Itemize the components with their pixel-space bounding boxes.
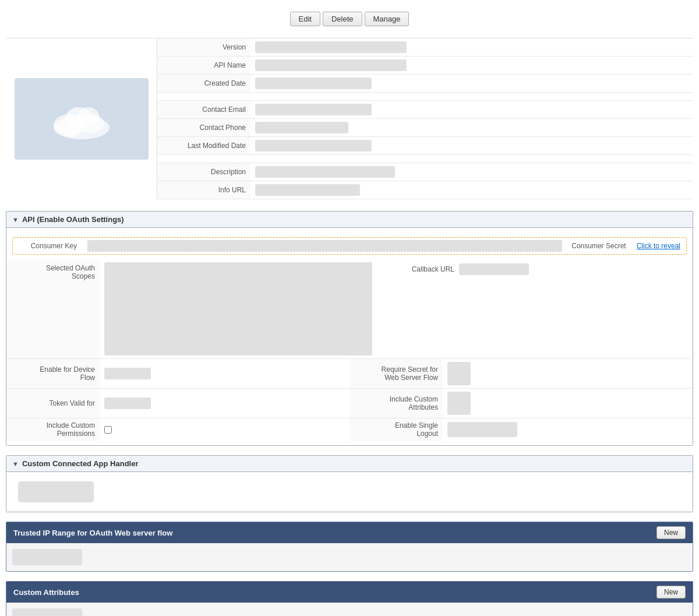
- require-secret-block: [447, 362, 471, 385]
- contact-phone-block: [255, 122, 348, 133]
- include-custom-attr-label: Include Custom Attributes: [350, 389, 443, 418]
- callback-url-value: [459, 263, 529, 275]
- version-block: [255, 41, 407, 53]
- info-url-label: Info URL: [157, 181, 250, 199]
- enable-single-logout-value: [443, 418, 693, 441]
- svg-point-4: [78, 107, 99, 125]
- created-date-row: Created Date: [157, 75, 693, 93]
- version-row: Version: [157, 38, 693, 57]
- trusted-ip-title: Trusted IP Range for OAuth Web server fl…: [13, 529, 172, 537]
- token-valid-value: [100, 389, 350, 418]
- contact-phone-value: [250, 119, 693, 136]
- custom-attributes-body: [6, 603, 693, 616]
- device-flow-row: Enable for Device Flow Require Secret fo…: [6, 359, 693, 389]
- custom-handler-body: [6, 472, 693, 512]
- logo-placeholder: [15, 78, 149, 160]
- include-custom-attr-block: [447, 392, 471, 415]
- scopes-value: [100, 259, 396, 358]
- require-secret-label: Require Secret for Web Server Flow: [350, 359, 443, 388]
- manage-button[interactable]: Manage: [365, 12, 409, 26]
- description-value: [250, 163, 693, 181]
- scopes-box: [104, 262, 372, 355]
- cloud-icon: [47, 96, 116, 142]
- info-url-value: [250, 181, 693, 199]
- consumer-key-label: Consumer Key: [13, 239, 83, 253]
- custom-handler-header: ▼ Custom Connected App Handler: [6, 456, 693, 472]
- edit-button[interactable]: Edit: [290, 12, 320, 26]
- contact-email-row: Contact Email: [157, 101, 693, 119]
- api-name-block: [255, 59, 407, 71]
- last-modified-row: Last Modified Date: [157, 137, 693, 155]
- collapse-triangle[interactable]: ▼: [12, 216, 19, 223]
- custom-handler-section: ▼ Custom Connected App Handler: [6, 455, 693, 512]
- scopes-row: Selected OAuth Scopes Callback URL: [6, 259, 693, 359]
- trusted-ip-section: Trusted IP Range for OAuth Web server fl…: [6, 522, 693, 572]
- spacer-row-2: [157, 155, 693, 163]
- toolbar: Edit Delete Manage: [6, 12, 693, 26]
- trusted-ip-header: Trusted IP Range for OAuth Web server fl…: [6, 522, 693, 543]
- info-url-block: [255, 184, 360, 196]
- contact-email-label: Contact Email: [157, 101, 250, 118]
- consumer-secret-label: Consumer Secret: [567, 239, 630, 253]
- api-name-value: [250, 57, 693, 74]
- device-flow-block: [104, 368, 151, 379]
- custom-attributes-section: Custom Attributes New: [6, 581, 693, 616]
- fields-area: Version API Name Created Date: [157, 38, 693, 199]
- enable-device-flow-label: Enable for Device Flow: [6, 359, 100, 388]
- created-date-label: Created Date: [157, 75, 250, 92]
- consumer-key-row: Consumer Key Consumer Secret Click to re…: [12, 237, 687, 255]
- api-oauth-header: ▼ API (Enable OAuth Settings): [6, 212, 693, 228]
- contact-email-value: [250, 101, 693, 118]
- description-label: Description: [157, 163, 250, 181]
- include-perm-checkbox[interactable]: [104, 426, 112, 434]
- delete-button[interactable]: Delete: [323, 12, 362, 26]
- api-name-row: API Name: [157, 57, 693, 75]
- trusted-ip-new-button[interactable]: New: [656, 526, 686, 539]
- handler-collapse-triangle[interactable]: ▼: [12, 460, 19, 467]
- description-row: Description: [157, 163, 693, 181]
- logo-area: [6, 38, 157, 199]
- token-valid-row: Token Valid for Include Custom Attribute…: [6, 389, 693, 418]
- include-custom-perm-value: [100, 418, 350, 441]
- custom-attributes-placeholder: [12, 608, 82, 616]
- callback-url-label: Callback URL: [401, 262, 459, 276]
- require-secret-value: [443, 359, 693, 388]
- created-date-block: [255, 78, 372, 89]
- scopes-right: Callback URL: [396, 259, 693, 358]
- api-oauth-section: ▼ API (Enable OAuth Settings) Consumer K…: [6, 211, 693, 446]
- click-to-reveal-link[interactable]: Click to reveal: [631, 242, 686, 250]
- contact-phone-label: Contact Phone: [157, 119, 250, 136]
- detail-section: Version API Name Created Date: [6, 38, 693, 199]
- last-modified-label: Last Modified Date: [157, 137, 250, 154]
- created-date-value: [250, 75, 693, 92]
- token-valid-block: [104, 397, 151, 409]
- api-oauth-body: Consumer Key Consumer Secret Click to re…: [6, 228, 693, 445]
- custom-attributes-title: Custom Attributes: [13, 588, 79, 597]
- custom-attributes-new-button[interactable]: New: [656, 586, 686, 599]
- handler-placeholder: [18, 481, 94, 502]
- contact-phone-row: Contact Phone: [157, 119, 693, 137]
- version-value: [250, 38, 693, 56]
- custom-handler-title: Custom Connected App Handler: [22, 459, 139, 468]
- consumer-key-value: [87, 240, 562, 252]
- enable-single-logout-block: [447, 422, 517, 437]
- last-modified-block: [255, 140, 372, 152]
- custom-attributes-header: Custom Attributes New: [6, 582, 693, 603]
- token-valid-label: Token Valid for: [6, 389, 100, 418]
- spacer-row-1: [157, 93, 693, 101]
- callback-row: Callback URL: [401, 262, 688, 276]
- trusted-ip-body: [6, 543, 693, 571]
- scopes-label: Selected OAuth Scopes: [6, 259, 100, 358]
- api-oauth-title: API (Enable OAuth Settings): [22, 215, 124, 224]
- enable-single-logout-label: Enable Single Logout: [350, 418, 443, 441]
- version-label: Version: [157, 38, 250, 56]
- trusted-ip-placeholder: [12, 549, 82, 565]
- svg-point-5: [62, 126, 80, 138]
- include-perm-checkbox-area: [104, 426, 112, 434]
- description-block: [255, 166, 395, 178]
- info-url-row: Info URL: [157, 181, 693, 199]
- enable-device-flow-value: [100, 359, 350, 388]
- include-custom-perm-row: Include Custom Permissions Enable Single…: [6, 418, 693, 441]
- include-custom-perm-label: Include Custom Permissions: [6, 418, 100, 441]
- last-modified-value: [250, 137, 693, 154]
